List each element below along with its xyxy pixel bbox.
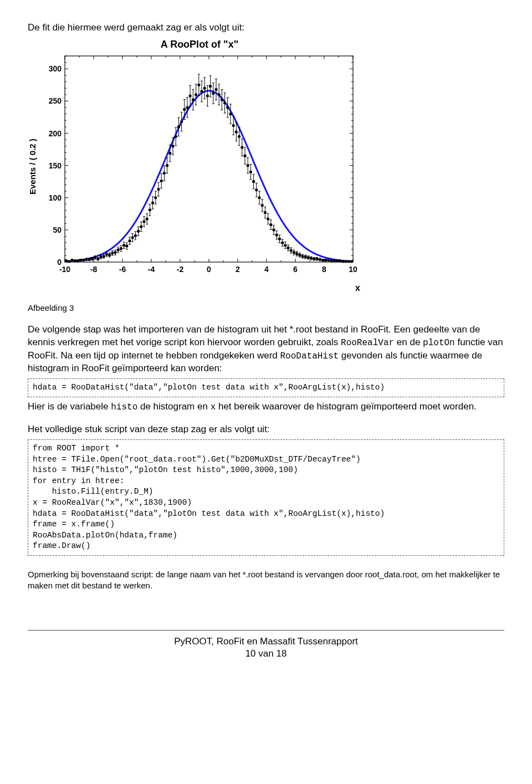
svg-point-350 xyxy=(223,101,226,104)
svg-point-502 xyxy=(333,259,336,262)
svg-point-414 xyxy=(269,223,272,226)
svg-point-226 xyxy=(134,234,137,237)
svg-point-494 xyxy=(327,259,330,262)
paragraph-3: Het volledige stuk script van deze stap … xyxy=(28,423,504,436)
svg-text:0: 0 xyxy=(57,258,62,267)
svg-point-374 xyxy=(241,146,243,148)
svg-point-490 xyxy=(324,259,327,262)
svg-point-506 xyxy=(336,259,339,262)
svg-text:200: 200 xyxy=(49,129,62,138)
svg-point-294 xyxy=(183,108,186,111)
chart-xlabel: x xyxy=(28,283,362,293)
svg-point-234 xyxy=(140,225,142,228)
chart-canvas: -10-8-6-4-20246810050100150200250300 xyxy=(37,50,359,283)
footer-page: 10 van 18 xyxy=(28,648,504,660)
svg-point-474 xyxy=(313,258,315,260)
code-block-2: from ROOT import * htree = TFile.Open("r… xyxy=(28,439,504,556)
svg-point-158 xyxy=(85,258,88,261)
svg-point-214 xyxy=(125,244,128,247)
svg-point-166 xyxy=(91,258,94,260)
svg-point-406 xyxy=(264,211,267,214)
svg-point-210 xyxy=(122,244,125,247)
svg-text:300: 300 xyxy=(49,64,62,73)
svg-point-186 xyxy=(105,253,108,255)
svg-point-366 xyxy=(235,131,238,134)
svg-point-154 xyxy=(82,259,85,262)
svg-text:0: 0 xyxy=(207,265,211,274)
paragraph-1: De volgende stap was het importeren van … xyxy=(28,324,504,375)
svg-point-390 xyxy=(252,180,255,183)
svg-point-438 xyxy=(287,247,289,249)
svg-point-446 xyxy=(293,251,295,254)
svg-point-218 xyxy=(128,239,131,242)
svg-text:150: 150 xyxy=(49,161,62,170)
para2-text-a: Hier is de variabele xyxy=(28,401,111,412)
svg-point-454 xyxy=(298,254,301,257)
svg-point-510 xyxy=(339,259,341,262)
svg-point-198 xyxy=(114,251,116,254)
svg-point-274 xyxy=(168,152,171,155)
svg-point-170 xyxy=(94,256,96,259)
svg-point-278 xyxy=(171,145,174,147)
code-inline-x: x xyxy=(211,402,216,412)
paragraph-2: Hier is de variabele histo de histogram … xyxy=(28,401,504,414)
svg-point-430 xyxy=(281,242,284,244)
svg-point-358 xyxy=(229,112,232,115)
footer-title: PyROOT, RooFit en Massafit Tussenrapport xyxy=(28,636,504,648)
svg-point-462 xyxy=(304,255,307,258)
svg-text:100: 100 xyxy=(49,193,62,202)
svg-point-398 xyxy=(258,196,260,199)
svg-point-482 xyxy=(319,258,321,261)
svg-text:10: 10 xyxy=(349,265,357,274)
para1-text-b: en de xyxy=(394,337,423,347)
svg-point-386 xyxy=(249,171,252,173)
svg-text:-8: -8 xyxy=(90,265,98,274)
svg-point-174 xyxy=(96,258,99,260)
svg-point-302 xyxy=(189,94,192,97)
svg-text:-6: -6 xyxy=(119,265,126,274)
svg-point-270 xyxy=(166,164,168,167)
svg-point-526 xyxy=(350,260,353,263)
svg-point-290 xyxy=(180,120,183,123)
svg-point-434 xyxy=(284,244,287,247)
svg-point-410 xyxy=(267,218,269,221)
svg-point-402 xyxy=(261,204,264,207)
svg-point-422 xyxy=(275,234,278,237)
intro-text: De fit die hiermee werd gemaakt zag er a… xyxy=(28,22,504,33)
svg-point-318 xyxy=(200,90,203,93)
para2-text-b: de histogram en xyxy=(137,401,210,412)
svg-text:50: 50 xyxy=(53,226,62,234)
svg-point-222 xyxy=(131,236,134,239)
svg-point-282 xyxy=(175,135,177,138)
svg-point-262 xyxy=(160,180,163,182)
svg-point-206 xyxy=(120,247,122,250)
svg-point-230 xyxy=(137,230,140,233)
svg-point-238 xyxy=(142,220,145,223)
code-inline-ploton: plotOn xyxy=(423,338,455,348)
svg-point-266 xyxy=(163,172,166,175)
svg-point-202 xyxy=(117,248,120,251)
svg-point-362 xyxy=(232,124,235,127)
svg-point-370 xyxy=(238,135,241,138)
svg-point-322 xyxy=(203,87,206,90)
svg-point-442 xyxy=(290,249,293,252)
svg-point-470 xyxy=(310,257,313,259)
code-inline-roodatahist: RooDataHist xyxy=(280,351,339,361)
svg-point-178 xyxy=(99,255,102,258)
figure-caption: Afbeelding 3 xyxy=(28,303,504,312)
svg-point-306 xyxy=(192,98,195,101)
svg-text:-2: -2 xyxy=(177,265,184,274)
svg-point-378 xyxy=(243,155,246,157)
svg-point-242 xyxy=(146,218,149,221)
svg-point-394 xyxy=(255,188,258,191)
svg-point-298 xyxy=(186,106,188,109)
para2-text-c: het bereik waarover de histogram geïmpor… xyxy=(216,401,477,412)
code-inline-roorealvar: RooRealVar xyxy=(341,338,394,348)
code-inline-histo: histo xyxy=(111,402,137,412)
svg-point-354 xyxy=(226,106,229,109)
page-footer: PyROOT, RooFit en Massafit Tussenrapport… xyxy=(28,636,504,660)
footer-divider xyxy=(28,630,504,631)
svg-text:8: 8 xyxy=(322,265,326,274)
svg-text:-4: -4 xyxy=(148,265,155,274)
svg-point-258 xyxy=(157,188,160,191)
